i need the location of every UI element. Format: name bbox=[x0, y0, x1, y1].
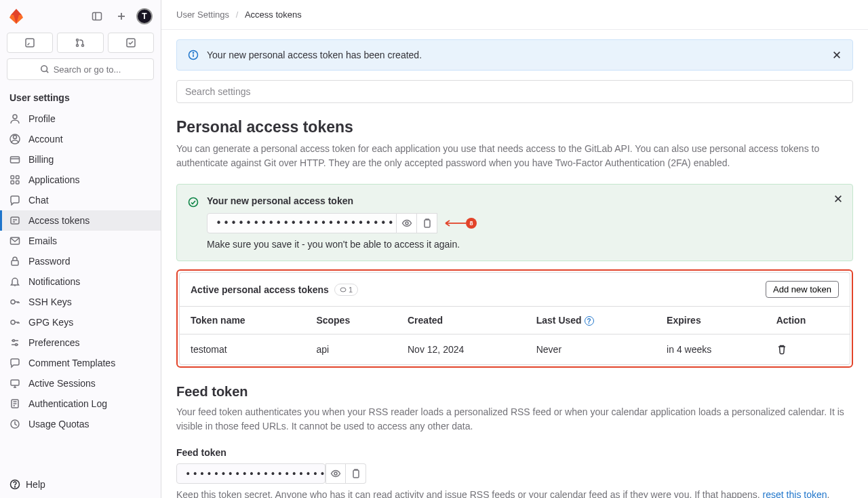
svg-rect-20 bbox=[11, 217, 19, 224]
col-scopes: Scopes bbox=[305, 307, 397, 334]
revoke-token-button[interactable] bbox=[776, 344, 839, 355]
svg-rect-31 bbox=[11, 380, 19, 385]
alert-text: Your new personal access token has been … bbox=[207, 50, 422, 60]
feed-token-note: Keep this token secret. Anyone who has i… bbox=[176, 489, 853, 498]
success-icon bbox=[188, 197, 199, 208]
svg-rect-24 bbox=[12, 261, 18, 265]
key-icon bbox=[9, 296, 20, 307]
svg-point-53 bbox=[334, 472, 337, 475]
main-content: User Settings / Access tokens Your new p… bbox=[161, 0, 868, 498]
svg-rect-0 bbox=[93, 13, 102, 20]
sidebar-item-ssh-keys[interactable]: SSH Keys bbox=[0, 292, 161, 312]
token-note: Make sure you save it - you won't be abl… bbox=[207, 239, 842, 250]
profile-icon bbox=[9, 113, 20, 124]
copy-feed-token-button[interactable] bbox=[346, 463, 366, 484]
eye-icon bbox=[401, 218, 412, 229]
svg-point-9 bbox=[41, 66, 47, 72]
svg-rect-48 bbox=[425, 220, 430, 227]
chat-icon bbox=[9, 195, 20, 206]
active-tokens-highlight: Active personal access tokens 1 Add new … bbox=[176, 269, 853, 368]
merge-requests-button[interactable] bbox=[57, 33, 103, 53]
gitlab-logo-icon[interactable] bbox=[8, 8, 24, 24]
col-created: Created bbox=[397, 307, 526, 334]
sidebar-item-applications[interactable]: Applications bbox=[0, 170, 161, 190]
sidebar-nav: Profile Account Billing Applications Cha… bbox=[0, 109, 161, 470]
breadcrumb-current: Access tokens bbox=[245, 9, 302, 20]
copy-token-button[interactable] bbox=[417, 213, 437, 233]
svg-rect-4 bbox=[26, 39, 34, 47]
sidebar-item-notifications[interactable]: Notifications bbox=[0, 271, 161, 292]
svg-point-12 bbox=[14, 136, 17, 139]
sidebar-item-preferences[interactable]: Preferences bbox=[0, 332, 161, 353]
reveal-token-button[interactable] bbox=[397, 213, 417, 233]
col-last-used: Last Used? bbox=[526, 307, 656, 334]
svg-point-46 bbox=[189, 198, 198, 207]
active-tokens-title: Active personal access tokens bbox=[191, 284, 329, 295]
breadcrumb-parent[interactable]: User Settings bbox=[176, 9, 229, 20]
sidebar-item-comment-templates[interactable]: Comment Templates bbox=[0, 353, 161, 373]
col-token-name: Token name bbox=[180, 307, 305, 334]
feed-token-title: Feed token bbox=[176, 384, 853, 400]
billing-icon bbox=[9, 154, 20, 165]
quota-icon bbox=[9, 419, 20, 429]
search-label: Search or go to... bbox=[54, 64, 121, 75]
col-expires: Expires bbox=[656, 307, 766, 334]
todos-button[interactable] bbox=[108, 33, 154, 53]
new-token-panel: Your new personal access token •••••••••… bbox=[176, 184, 853, 261]
sidebar-heading: User settings bbox=[0, 87, 161, 109]
sidebar-item-gpg-keys[interactable]: GPG Keys bbox=[0, 312, 161, 332]
svg-point-52 bbox=[340, 288, 346, 292]
apps-icon bbox=[9, 174, 20, 185]
page-title: Personal access tokens bbox=[176, 118, 853, 136]
feed-token-label: Feed token bbox=[176, 447, 853, 458]
sidebar-quick-buttons bbox=[0, 33, 161, 58]
sidebar-item-profile[interactable]: Profile bbox=[0, 109, 161, 129]
sidebar-item-access-tokens[interactable]: Access tokens bbox=[0, 210, 161, 231]
sidebar-item-active-sessions[interactable]: Active Sessions bbox=[0, 373, 161, 394]
help-icon[interactable]: ? bbox=[585, 316, 594, 326]
issues-button[interactable] bbox=[7, 33, 53, 53]
reveal-feed-token-button[interactable] bbox=[326, 463, 346, 484]
search-icon bbox=[40, 64, 50, 74]
svg-point-5 bbox=[77, 39, 79, 41]
breadcrumb: User Settings / Access tokens bbox=[161, 0, 868, 30]
search-button[interactable]: Search or go to... bbox=[7, 58, 154, 80]
sidebar-item-authentication-log[interactable]: Authentication Log bbox=[0, 394, 161, 414]
feed-token-field[interactable]: •••••••••••••••••••••••••• bbox=[176, 463, 326, 484]
trash-icon bbox=[776, 344, 787, 355]
plus-icon[interactable] bbox=[112, 7, 131, 26]
token-value-field[interactable]: •••••••••••••••••••••••••• bbox=[207, 213, 397, 233]
sidebar-toggle-icon[interactable] bbox=[87, 7, 106, 26]
svg-rect-14 bbox=[11, 157, 20, 163]
sidebar-top: T bbox=[0, 0, 161, 33]
svg-point-6 bbox=[77, 45, 79, 47]
sidebar-item-password[interactable]: Password bbox=[0, 251, 161, 271]
sidebar-item-chat[interactable]: Chat bbox=[0, 190, 161, 210]
bell-icon bbox=[9, 276, 20, 287]
comment-icon bbox=[9, 358, 20, 368]
table-row: testomat api Nov 12, 2024 Never in 4 wee… bbox=[180, 334, 850, 365]
svg-rect-54 bbox=[353, 470, 359, 478]
svg-point-26 bbox=[11, 320, 15, 324]
svg-point-43 bbox=[193, 52, 193, 53]
active-tokens-card: Active personal access tokens 1 Add new … bbox=[179, 272, 850, 365]
add-new-token-button[interactable]: Add new token bbox=[766, 281, 839, 298]
reset-token-link[interactable]: reset this token bbox=[763, 489, 827, 498]
sidebar-item-usage-quotas[interactable]: Usage Quotas bbox=[0, 414, 161, 434]
close-token-panel-button[interactable] bbox=[833, 194, 843, 204]
close-alert-button[interactable] bbox=[832, 50, 842, 60]
lock-icon bbox=[9, 256, 20, 267]
svg-point-30 bbox=[16, 344, 18, 346]
help-button[interactable]: Help bbox=[0, 470, 161, 498]
sidebar-item-account[interactable]: Account bbox=[0, 129, 161, 149]
sidebar-item-billing[interactable]: Billing bbox=[0, 149, 161, 170]
preferences-icon bbox=[9, 337, 20, 348]
search-settings-input[interactable] bbox=[176, 80, 853, 103]
sidebar: T Search or go to... User settings Profi… bbox=[0, 0, 161, 498]
user-avatar[interactable]: T bbox=[136, 8, 153, 24]
monitor-icon bbox=[9, 378, 20, 389]
sidebar-item-emails[interactable]: Emails bbox=[0, 231, 161, 251]
token-icon bbox=[9, 215, 20, 226]
svg-point-40 bbox=[15, 486, 16, 487]
new-token-title: Your new personal access token bbox=[207, 195, 842, 206]
